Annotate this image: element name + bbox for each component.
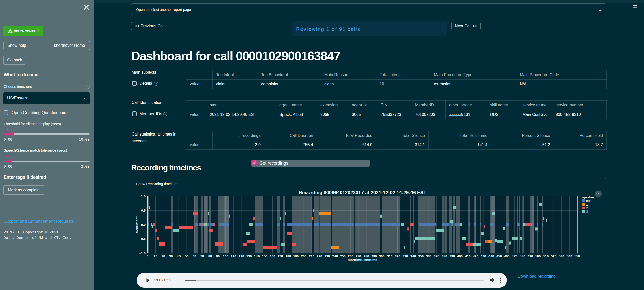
- svg-text:140: 140: [254, 254, 260, 258]
- svg-text:370: 370: [434, 254, 439, 258]
- svg-text:310: 310: [387, 254, 393, 258]
- svg-text:550: 550: [574, 254, 580, 258]
- svg-text:380: 380: [442, 254, 447, 258]
- svg-text:−1.0: −1.0: [139, 251, 146, 255]
- svg-text:2: 2: [586, 206, 588, 210]
- svg-text:210: 210: [309, 254, 314, 258]
- svg-text:100: 100: [223, 254, 228, 258]
- svg-text:350: 350: [418, 254, 424, 258]
- svg-text:280: 280: [364, 254, 369, 258]
- svg-text:0.5: 0.5: [141, 209, 146, 212]
- svg-text:360: 360: [426, 254, 431, 258]
- svg-text:190: 190: [293, 254, 299, 258]
- svg-text:530: 530: [559, 254, 564, 258]
- svg-text:440: 440: [488, 254, 494, 258]
- svg-text:330: 330: [403, 254, 408, 258]
- svg-text:80: 80: [208, 254, 212, 258]
- svg-text:240: 240: [332, 254, 338, 258]
- svg-text:300: 300: [379, 254, 385, 258]
- svg-text:3: 3: [586, 210, 588, 213]
- svg-text:320: 320: [395, 254, 400, 258]
- svg-text:null: null: [586, 199, 591, 203]
- svg-text:30: 30: [169, 254, 173, 258]
- svg-text:Recording 800964012023317 at 2: Recording 800964012023317 at 2021-12-02 …: [299, 190, 426, 195]
- svg-text:1.0: 1.0: [141, 194, 146, 198]
- svg-text:510: 510: [543, 254, 549, 258]
- svg-text:250: 250: [340, 254, 346, 258]
- svg-text:340: 340: [410, 254, 416, 258]
- svg-text:430: 430: [481, 254, 486, 258]
- svg-text:1: 1: [586, 203, 588, 206]
- svg-text:460: 460: [504, 254, 510, 258]
- svg-text:420: 420: [473, 254, 478, 258]
- svg-text:260: 260: [348, 254, 353, 258]
- svg-text:0.0: 0.0: [141, 223, 146, 227]
- svg-text:90: 90: [216, 254, 220, 258]
- svg-text:20: 20: [161, 254, 165, 258]
- svg-text:10: 10: [153, 254, 157, 258]
- svg-text:450: 450: [496, 254, 502, 258]
- svg-text:400: 400: [457, 254, 463, 258]
- svg-text:180: 180: [286, 254, 291, 258]
- svg-text:120: 120: [239, 254, 244, 258]
- svg-text:270: 270: [356, 254, 361, 258]
- svg-text:70: 70: [200, 254, 204, 258]
- svg-text:470: 470: [512, 254, 518, 258]
- svg-text:speaker: speaker: [582, 196, 594, 199]
- svg-text:230: 230: [324, 254, 330, 258]
- svg-text:160: 160: [270, 254, 275, 258]
- svg-text:410: 410: [465, 254, 471, 258]
- svg-text:60: 60: [193, 254, 196, 258]
- svg-text:490: 490: [528, 254, 533, 258]
- svg-text:520: 520: [551, 254, 557, 258]
- svg-text:170: 170: [278, 254, 283, 258]
- svg-text:480: 480: [520, 254, 525, 258]
- svg-text:390: 390: [449, 254, 455, 258]
- svg-text:50: 50: [185, 254, 188, 258]
- svg-text:40: 40: [177, 254, 181, 258]
- svg-text:540: 540: [566, 254, 572, 258]
- svg-text:200: 200: [301, 254, 306, 258]
- svg-text:Sentiment: Sentiment: [135, 216, 139, 233]
- svg-text:0: 0: [147, 254, 148, 258]
- svg-text:290: 290: [371, 254, 377, 258]
- svg-text:110: 110: [231, 254, 236, 258]
- svg-text:220: 220: [317, 254, 322, 258]
- svg-text:−0.5: −0.5: [139, 237, 146, 241]
- svg-text:500: 500: [535, 254, 541, 258]
- svg-text:150: 150: [262, 254, 268, 258]
- svg-text:starttime, endtime: starttime, endtime: [348, 258, 377, 262]
- svg-text:130: 130: [246, 254, 252, 258]
